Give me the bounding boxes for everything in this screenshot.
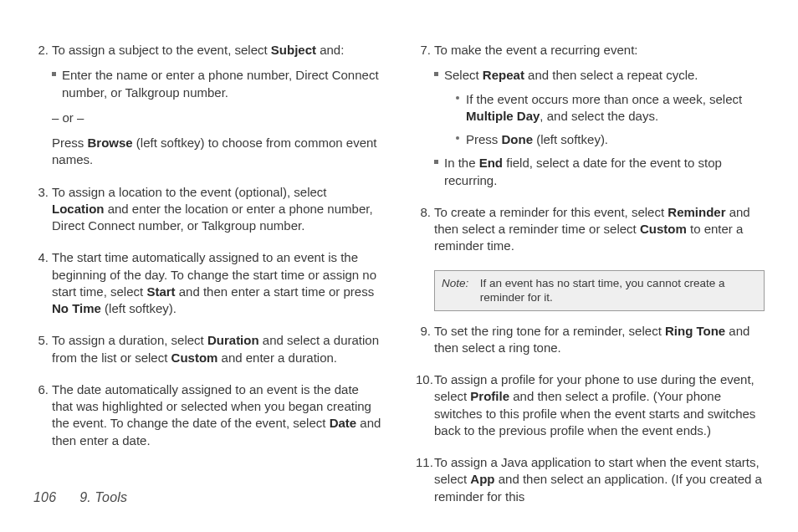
step-number: 5. [33, 332, 49, 349]
bold-ring-tone: Ring Tone [665, 324, 725, 338]
step-7: 7. To make the event a recurring event: … [416, 42, 765, 189]
or-separator: – or – [52, 110, 382, 126]
step-7-sublist: Select Repeat and then select a repeat c… [434, 67, 765, 189]
step-2: 2. To assign a subject to the event, sel… [33, 42, 382, 169]
step-number: 11. [416, 454, 431, 471]
text: To make the event a recurring event: [434, 43, 637, 57]
text: (left softkey). [101, 301, 176, 315]
left-column: 2. To assign a subject to the event, sel… [33, 42, 382, 520]
bold-end: End [479, 156, 503, 170]
text: (left softkey). [533, 132, 608, 146]
step-number: 6. [33, 381, 49, 398]
bullet-text: Enter the name or enter a phone number, … [62, 68, 379, 99]
step-8: 8. To create a reminder for this event, … [416, 204, 765, 255]
right-step-list-2: 9. To set the ring tone for a reminder, … [416, 323, 765, 505]
step-number: 7. [416, 42, 431, 59]
bullet: Select Repeat and then select a repeat c… [434, 67, 765, 148]
text: Select [444, 68, 483, 82]
browse-line: Press Browse (left softkey) to choose fr… [52, 135, 382, 169]
left-step-list: 2. To assign a subject to the event, sel… [33, 42, 382, 449]
bold-location: Location [52, 202, 105, 216]
text: To assign a location to the event (optio… [52, 185, 327, 199]
step-number: 4. [33, 249, 49, 266]
right-step-list: 7. To make the event a recurring event: … [416, 42, 765, 255]
bold-repeat: Repeat [483, 68, 524, 82]
step-number: 8. [416, 204, 431, 221]
text: Press [466, 132, 502, 146]
bold-date: Date [330, 416, 357, 430]
page: 2. To assign a subject to the event, sel… [0, 0, 798, 532]
square-bullet-icon [434, 160, 438, 164]
bold-done: Done [502, 132, 534, 146]
text: To create a reminder for this event, sel… [434, 205, 668, 219]
square-bullet-icon [434, 72, 438, 76]
text: Press [52, 136, 88, 150]
text: To set the ring tone for a reminder, sel… [434, 324, 665, 338]
bold-subject: Subject [271, 43, 316, 57]
step-6: 6. The date automatically assigned to an… [33, 381, 382, 449]
text: and then enter a start time or press [176, 284, 375, 299]
text: In the [444, 156, 479, 170]
text: , and select the days. [540, 109, 658, 123]
text: and enter a duration. [217, 350, 337, 365]
step-3: 3. To assign a location to the event (op… [33, 184, 382, 235]
text: To assign a duration, select [52, 333, 207, 347]
step-4: 4. The start time automatically assigned… [33, 249, 382, 317]
bold-reminder: Reminder [668, 205, 725, 219]
step-number: 3. [33, 184, 49, 201]
section-title: 9. Tools [79, 490, 127, 504]
text: To assign a subject to the event, select [52, 43, 271, 57]
text: If the event occurs more than once a wee… [466, 92, 742, 106]
text: and: [316, 43, 344, 57]
bold-custom: Custom [171, 350, 218, 365]
step-9: 9. To set the ring tone for a reminder, … [416, 323, 765, 357]
dot-bullet-icon [456, 96, 459, 100]
step-2-text: To assign a subject to the event, select… [52, 43, 344, 57]
bold-custom: Custom [640, 222, 687, 236]
bold-app: App [470, 472, 494, 486]
bold-no-time: No Time [52, 301, 101, 315]
note-box: Note: If an event has no start time, you… [434, 270, 765, 311]
bold-multiple-day: Multiple Day [466, 109, 540, 123]
bullet: In the End field, select a date for the … [434, 155, 765, 189]
step-10: 10. To assign a profile for your phone t… [416, 371, 765, 439]
sub-bullet: If the event occurs more than once a wee… [456, 91, 765, 125]
step-number: 2. [33, 42, 49, 59]
text: and then select a repeat cycle. [524, 68, 698, 82]
columns: 2. To assign a subject to the event, sel… [33, 42, 765, 520]
sub-bullet: Press Done (left softkey). [456, 131, 765, 148]
bold-duration: Duration [207, 333, 259, 347]
page-number: 106 [33, 490, 56, 504]
step-11: 11. To assign a Java application to star… [416, 454, 765, 505]
nested-list: If the event occurs more than once a wee… [444, 91, 765, 149]
step-number: 10. [416, 371, 431, 388]
step-number: 9. [416, 323, 431, 340]
text: The date automatically assigned to an ev… [52, 382, 371, 431]
bullet: Enter the name or enter a phone number, … [52, 67, 382, 101]
note-text: If an event has no start time, you canno… [480, 276, 754, 305]
step-5: 5. To assign a duration, select Duration… [33, 332, 382, 366]
step-2-sublist: Enter the name or enter a phone number, … [52, 67, 382, 101]
right-column: 7. To make the event a recurring event: … [416, 42, 765, 520]
square-bullet-icon [52, 72, 56, 76]
bold-browse: Browse [88, 136, 133, 150]
dot-bullet-icon [456, 136, 459, 140]
page-footer: 106 9. Tools [33, 489, 127, 507]
bold-start: Start [146, 284, 175, 299]
bold-profile: Profile [470, 389, 509, 403]
note-label: Note: [442, 276, 477, 291]
